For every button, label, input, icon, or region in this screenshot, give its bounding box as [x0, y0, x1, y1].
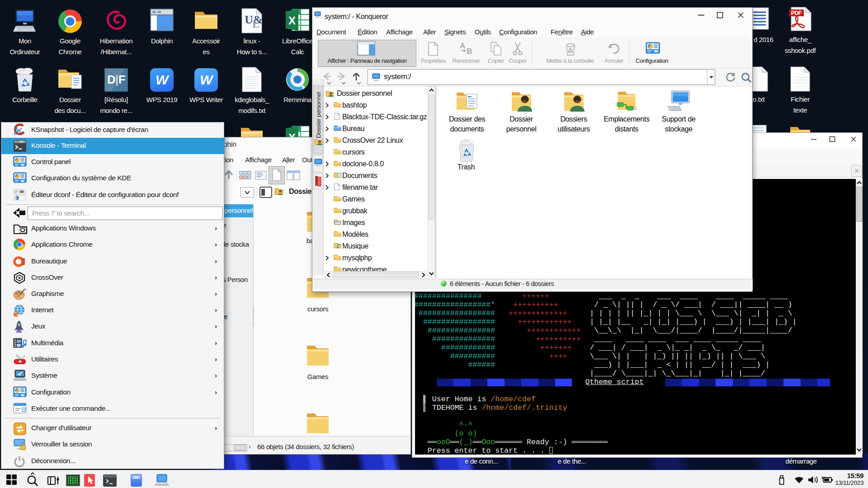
svg-text:L: L [252, 18, 259, 30]
svg-text:A: A [460, 42, 465, 50]
svg-text:B: B [467, 47, 472, 55]
svg-text:X: X [288, 14, 296, 27]
svg-text:PDF: PDF [791, 10, 802, 16]
